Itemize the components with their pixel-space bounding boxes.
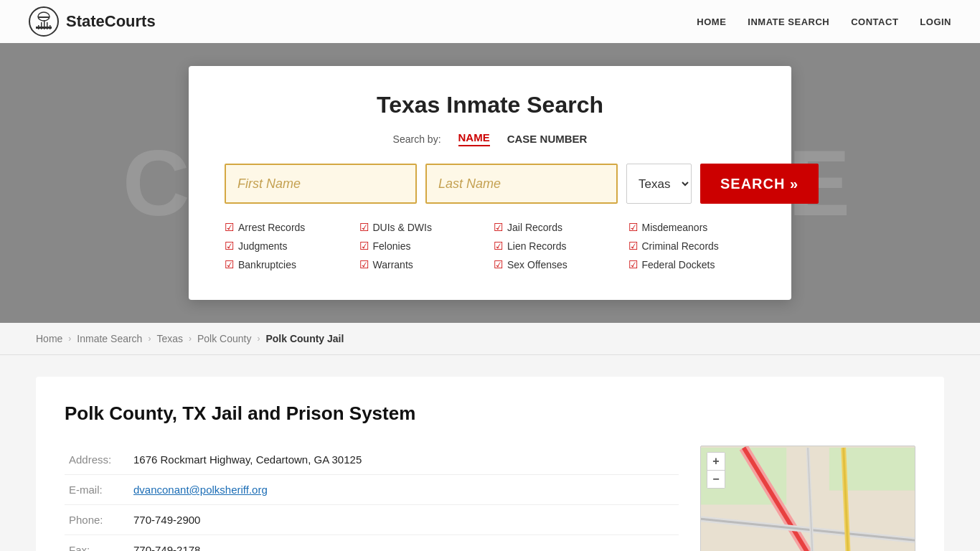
- check-icon: ☑: [359, 258, 369, 271]
- phone-value: 770-749-2900: [129, 505, 679, 535]
- fax-label: Fax:: [65, 535, 129, 552]
- check-item: ☑Lien Records: [494, 240, 621, 253]
- fax-value: 770-749-2178: [129, 535, 679, 552]
- check-icon: ☑: [225, 240, 234, 253]
- header: StateCourts HOME INMATE SEARCH CONTACT L…: [0, 0, 980, 43]
- check-item: ☑DUIs & DWIs: [359, 221, 487, 234]
- info-table: Address: 1676 Rockmart Highway, Cedartow…: [65, 445, 679, 551]
- map-zoom-in[interactable]: +: [707, 453, 725, 470]
- state-select[interactable]: Texas: [626, 164, 692, 204]
- nav-inmate-search[interactable]: INMATE SEARCH: [748, 17, 829, 27]
- check-icon: ☑: [628, 258, 638, 271]
- email-label: E-mail:: [65, 475, 129, 505]
- checks-grid: ☑Arrest Records☑DUIs & DWIs☑Jail Records…: [225, 221, 755, 271]
- content-card: Polk County, TX Jail and Prison System A…: [36, 377, 944, 551]
- search-by-label: Search by:: [393, 133, 441, 145]
- breadcrumb-link-texas[interactable]: Texas: [156, 333, 183, 344]
- svg-rect-6: [50, 25, 51, 29]
- email-link[interactable]: dvanconant@polksheriff.org: [133, 484, 268, 496]
- phone-row: Phone: 770-749-2900: [65, 505, 679, 535]
- breadcrumb-current: Polk County Jail: [265, 333, 344, 344]
- last-name-input[interactable]: [425, 164, 618, 204]
- tab-case-number[interactable]: CASE NUMBER: [507, 133, 588, 145]
- check-item: ☑Sex Offenses: [494, 258, 621, 271]
- nav-links: HOME INMATE SEARCH CONTACT LOGIN: [697, 17, 951, 27]
- breadcrumb-link-polk-county[interactable]: Polk County: [197, 333, 251, 344]
- first-name-input[interactable]: [225, 164, 417, 204]
- breadcrumb: Home›Inmate Search›Texas›Polk County›Pol…: [0, 323, 980, 355]
- map-zoom-out[interactable]: −: [707, 471, 725, 488]
- search-card-title: Texas Inmate Search: [225, 92, 755, 118]
- fax-row: Fax: 770-749-2178: [65, 535, 679, 552]
- check-item: ☑Warrants: [359, 258, 487, 271]
- tab-name[interactable]: NAME: [458, 131, 490, 146]
- search-tabs: Search by: NAME CASE NUMBER: [225, 131, 755, 146]
- check-item: ☑Criminal Records: [628, 240, 756, 253]
- check-item: ☑Judgments: [225, 240, 352, 253]
- check-label: Sex Offenses: [507, 259, 567, 270]
- check-label: Misdemeanors: [642, 222, 708, 233]
- search-button[interactable]: SEARCH »: [700, 164, 819, 204]
- check-label: Lien Records: [507, 240, 567, 252]
- check-label: Federal Dockets: [642, 259, 715, 270]
- content-section: Polk County, TX Jail and Prison System A…: [0, 355, 980, 551]
- breadcrumb-chevron: ›: [189, 334, 192, 344]
- address-value: 1676 Rockmart Highway, Cedartown, GA 301…: [129, 445, 679, 475]
- svg-rect-2: [38, 25, 39, 29]
- check-label: DUIs & DWIs: [373, 222, 432, 233]
- phone-label: Phone:: [65, 505, 129, 535]
- check-item: ☑Felonies: [359, 240, 487, 253]
- nav-contact[interactable]: CONTACT: [851, 17, 898, 27]
- logo-area: StateCourts: [29, 6, 156, 37]
- svg-rect-4: [44, 20, 45, 29]
- check-item: ☑Jail Records: [494, 221, 621, 234]
- nav-home[interactable]: HOME: [697, 17, 726, 27]
- check-icon: ☑: [225, 258, 234, 271]
- breadcrumb-chevron: ›: [68, 334, 71, 344]
- content-left: Polk County, TX Jail and Prison System A…: [65, 402, 679, 551]
- check-icon: ☑: [494, 240, 503, 253]
- check-icon: ☑: [494, 221, 503, 234]
- check-icon: ☑: [628, 240, 638, 253]
- check-label: Criminal Records: [642, 240, 719, 252]
- logo-text: StateCourts: [66, 12, 156, 31]
- check-item: ☑Federal Dockets: [628, 258, 756, 271]
- address-row: Address: 1676 Rockmart Highway, Cedartow…: [65, 445, 679, 475]
- svg-rect-5: [47, 22, 48, 29]
- check-item: ☑Arrest Records: [225, 221, 352, 234]
- check-label: Felonies: [373, 240, 411, 252]
- check-icon: ☑: [359, 240, 369, 253]
- nav-login[interactable]: LOGIN: [920, 17, 951, 27]
- facility-title: Polk County, TX Jail and Prison System: [65, 402, 679, 425]
- breadcrumb-link-inmate-search[interactable]: Inmate Search: [77, 333, 142, 344]
- check-item: ☑Misdemeanors: [628, 221, 756, 234]
- email-value: dvanconant@polksheriff.org: [129, 475, 679, 505]
- search-fields: Texas SEARCH »: [225, 164, 755, 204]
- svg-rect-8: [38, 17, 50, 18]
- check-icon: ☑: [359, 221, 369, 234]
- breadcrumb-chevron: ›: [257, 334, 260, 344]
- map-svg: [701, 446, 915, 551]
- map-controls: + −: [707, 452, 725, 489]
- search-card: Texas Inmate Search Search by: NAME CASE…: [189, 66, 791, 300]
- check-icon: ☑: [225, 221, 234, 234]
- check-item: ☑Bankruptcies: [225, 258, 352, 271]
- map-area: + −: [700, 446, 915, 551]
- breadcrumb-chevron: ›: [148, 334, 151, 344]
- check-label: Jail Records: [507, 222, 562, 233]
- check-label: Judgments: [238, 240, 287, 252]
- logo-icon: [29, 6, 59, 37]
- check-label: Arrest Records: [238, 222, 305, 233]
- breadcrumb-link-home[interactable]: Home: [36, 333, 62, 344]
- hero-section: COURTHOUSE Texas Inmate Search Search by…: [0, 43, 980, 323]
- address-label: Address:: [65, 445, 129, 475]
- check-icon: ☑: [628, 221, 638, 234]
- svg-rect-3: [41, 22, 42, 29]
- check-label: Warrants: [373, 259, 413, 270]
- check-icon: ☑: [494, 258, 503, 271]
- email-row: E-mail: dvanconant@polksheriff.org: [65, 475, 679, 505]
- check-label: Bankruptcies: [238, 259, 296, 270]
